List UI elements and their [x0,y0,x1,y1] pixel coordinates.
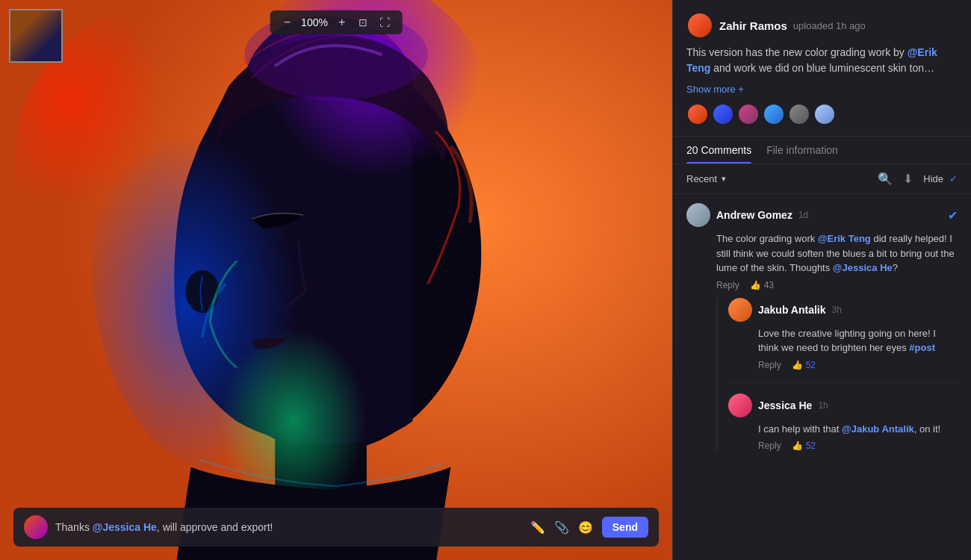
reply-avatar-2 [728,393,752,417]
comment-header: Andrew Gomez 1d ✔ [686,203,958,227]
filter-left: Recent ▾ [686,173,726,184]
comment-time: 1d [798,210,808,220]
reply-actions: Reply 👍 52 [758,360,958,370]
uploader-avatar [686,12,713,39]
image-panel: − 100% + ⊡ ⛶ Thanks @Jessica He, will ap… [0,0,672,560]
tab-file-information[interactable]: File information [766,144,838,164]
reply-actions-2: Reply 👍 52 [758,441,958,451]
collaborator-avatar-5 [788,103,810,125]
reply-reply-button-2[interactable]: Reply [758,441,781,451]
tab-comments-label: 20 Comments [686,144,751,156]
reply-avatar [728,298,752,322]
reply-body-2: I can help with that @Jakub Antalik, on … [758,422,958,437]
collaborator-avatar-1 [686,103,709,125]
input-suffix: , will approve and export! [157,521,273,533]
input-icon-group: ✏️ 📎 😊 [529,519,595,536]
search-icon[interactable]: 🔍 [878,172,893,186]
reply-mention: @Jakub Antalik [842,423,914,435]
upload-header: Zahir Ramos uploaded 1h ago [686,12,958,39]
download-icon[interactable]: ⬇ [903,172,913,186]
zoom-increase-button[interactable]: + [334,15,350,30]
input-text-display: Thanks @Jessica He, will approve and exp… [55,521,521,533]
reply-time-2: 1h [818,400,828,411]
collaborator-avatar-3 [737,103,760,125]
reply-like-count: 52 [806,360,816,370]
chevron-down-icon: ▾ [722,174,726,184]
reply-like-count-2: 52 [806,441,816,451]
hide-label: Hide [923,173,943,184]
thumbnail-image [10,10,61,61]
reply-like-button-2[interactable]: 👍 52 [792,441,816,451]
filter-label[interactable]: Recent [686,173,717,184]
pen-icon[interactable]: ✏️ [529,519,547,536]
emoji-icon[interactable]: 😊 [577,519,595,536]
upload-info: Zahir Ramos uploaded 1h ago This version… [673,0,971,137]
filter-bar: Recent ▾ 🔍 ⬇ Hide ✓ [673,164,971,194]
input-mention: @Jessica He [93,521,157,533]
hashtag-post: #post [909,342,935,353]
nested-replies: Jakub Antalik 3h Love the creative light… [716,298,958,452]
input-bar: Thanks @Jessica He, will approve and exp… [13,508,659,547]
tab-comments[interactable]: 20 Comments [686,144,751,164]
fit-icon[interactable]: ⊡ [356,15,370,30]
comment-mention-2: @Jessica He [833,262,893,273]
like-count: 43 [764,280,774,290]
reply-like-button[interactable]: 👍 52 [792,360,816,370]
uploader-name: Zahir Ramos [719,19,787,32]
comment-actions: Reply 👍 43 [716,280,958,290]
collaborators-avatars [686,103,958,125]
collaborator-avatar-4 [763,103,785,125]
reply-time: 3h [832,305,842,315]
tab-comments-count: 20 [686,144,698,156]
reply-item-2: Jessica He 1h I can help with that @Jaku… [728,393,958,452]
tabs-bar: 20 Comments File information [673,137,971,164]
hide-button[interactable]: Hide ✓ [923,173,958,184]
send-button[interactable]: Send [602,517,648,538]
input-avatar [24,515,48,539]
comment-item: Andrew Gomez 1d ✔ The color grading work… [686,203,958,451]
fullscreen-icon[interactable]: ⛶ [376,15,393,30]
zoom-decrease-button[interactable]: − [279,15,295,30]
zoom-controls: − 100% + ⊡ ⛶ [270,10,403,34]
upload-time: uploaded 1h ago [793,20,866,31]
divider [728,382,958,383]
attachment-icon[interactable]: 📎 [553,519,571,536]
upload-description: This version has the new color grading w… [686,45,958,76]
comments-list: Andrew Gomez 1d ✔ The color grading work… [673,194,971,560]
thumbs-up-filled-icon-2: 👍 [792,441,803,451]
comment-author: Andrew Gomez [716,209,792,221]
reply-button[interactable]: Reply [716,280,739,290]
portrait-image [0,0,672,560]
input-placeholder: Thanks [55,521,93,533]
comment-avatar [686,203,710,227]
right-panel: Zahir Ramos uploaded 1h ago This version… [672,0,971,560]
thumbs-up-filled-icon: 👍 [792,360,803,370]
reply-header: Jakub Antalik 3h [728,298,958,322]
comment-mention-1: @Erik Teng [818,233,871,244]
zoom-value: 100% [301,16,328,28]
filter-right: 🔍 ⬇ Hide ✓ [878,172,958,186]
like-button[interactable]: 👍 43 [750,280,774,290]
hide-check-icon: ✓ [949,173,958,184]
reply-body: Love the creative lighting going on here… [758,326,958,355]
thumbs-up-icon: 👍 [750,280,761,290]
reply-author-2: Jessica He [758,399,812,411]
collaborator-avatar-6 [813,103,836,125]
tab-file-info-label: File information [766,144,838,156]
comment-body: The color grading work @Erik Teng did re… [716,231,958,276]
collaborator-avatar-2 [712,103,734,125]
verified-icon: ✔ [948,208,958,223]
thumbnail[interactable] [9,9,63,63]
reply-header-2: Jessica He 1h [728,393,958,417]
reply-item: Jakub Antalik 3h Love the creative light… [728,298,958,370]
reply-reply-button[interactable]: Reply [758,360,781,370]
show-more-button[interactable]: Show more + [686,84,744,95]
reply-author: Jakub Antalik [758,304,826,316]
